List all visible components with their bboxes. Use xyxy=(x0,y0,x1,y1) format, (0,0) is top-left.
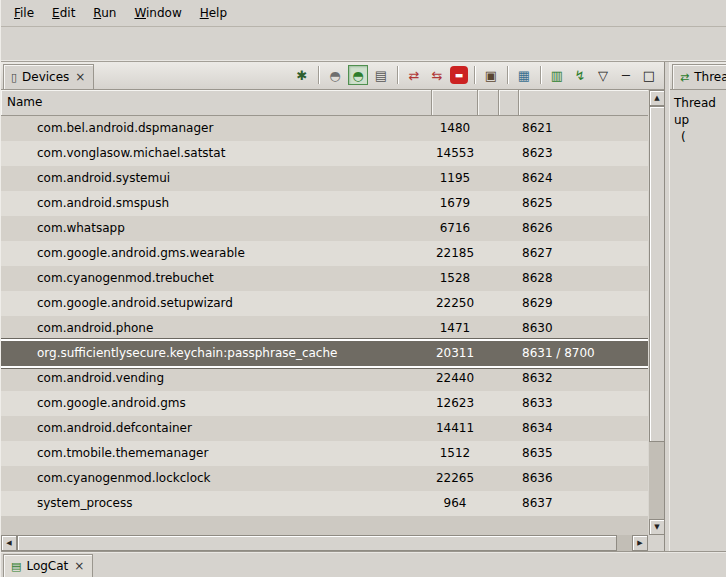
process-name: org.sufficientlysecure.keychain:passphra… xyxy=(1,341,432,366)
scroll-up-icon[interactable]: ▲ xyxy=(649,90,665,106)
com.cyanogenmod.lockclock[interactable]: com.cyanogenmod.lockclock 22265 8636 xyxy=(1,466,648,491)
process-port: 8624 xyxy=(519,166,648,191)
process-pid: 1512 xyxy=(432,441,478,466)
process-table: com.bel.android.dspmanager 1480 8621 com… xyxy=(1,116,648,535)
menu-item[interactable]: Window xyxy=(125,2,190,24)
tab-threads[interactable]: ⇄ Threads × xyxy=(672,64,726,89)
threads-message-line1: Thread up xyxy=(674,95,726,129)
process-name: com.google.android.gms xyxy=(1,391,432,416)
scroll-left-icon[interactable]: ◀ xyxy=(1,535,17,551)
debug-icon[interactable]: ✱ xyxy=(292,65,312,85)
start-method-profiling-icon[interactable]: ⇆ xyxy=(427,65,447,85)
menu-accel-letter: W xyxy=(134,6,146,20)
com.tmobile.thememanager[interactable]: com.tmobile.thememanager 1512 8635 xyxy=(1,441,648,466)
cell-empty xyxy=(499,291,519,316)
tab-threads-label: Threads xyxy=(694,70,726,84)
vertical-scrollbar[interactable]: ▲ ▼ xyxy=(648,90,664,535)
tree-view-icon[interactable]: ▥ xyxy=(547,65,567,85)
com.google.android.setupwizard[interactable]: com.google.android.setupwizard 22250 862… xyxy=(1,291,648,316)
menu-item[interactable]: Run xyxy=(84,2,125,24)
column-header-empty[interactable] xyxy=(478,90,499,116)
main-area: ▯ Devices × ✱ ◓ ◓ ▤ ⇄ ⇆ ▬ ▣ ▦ ▥ ↯ ▽ ─ □ … xyxy=(1,62,726,551)
tab-devices[interactable]: ▯ Devices × xyxy=(3,64,94,89)
process-name: com.android.vending xyxy=(1,366,432,391)
com.android.defcontainer[interactable]: com.android.defcontainer 14411 8634 xyxy=(1,416,648,441)
process-pid: 1528 xyxy=(432,266,478,291)
com.google.android.gms[interactable]: com.google.android.gms 12623 8633 xyxy=(1,391,648,416)
process-name: com.bel.android.dspmanager xyxy=(1,116,432,141)
toolbar-icon-glyph: ─ xyxy=(622,69,630,82)
scroll-right-icon[interactable]: ▶ xyxy=(632,535,648,551)
cell-empty xyxy=(478,141,499,166)
close-icon[interactable]: × xyxy=(74,70,86,84)
update-heap-icon[interactable]: ◓ xyxy=(348,65,368,85)
column-header-port[interactable] xyxy=(519,90,648,116)
hierarchy-view-icon[interactable]: ▦ xyxy=(514,65,534,85)
cell-empty xyxy=(499,416,519,441)
process-name: com.cyanogenmod.trebuchet xyxy=(1,266,432,291)
process-pid: 6716 xyxy=(432,216,478,241)
process-port: 8631 / 8700 xyxy=(519,341,648,366)
org.sufficientlysecure.keychain:passphrase_cache[interactable]: org.sufficientlysecure.keychain:passphra… xyxy=(1,341,648,366)
com.whatsapp[interactable]: com.whatsapp 6716 8626 xyxy=(1,216,648,241)
toolbar-separator xyxy=(474,66,475,84)
minimize-icon[interactable]: ─ xyxy=(616,65,636,85)
process-port: 8636 xyxy=(519,466,648,491)
cell-empty xyxy=(478,366,499,391)
menu-item[interactable]: File xyxy=(5,2,43,24)
maximize-icon[interactable]: □ xyxy=(639,65,659,85)
tab-logcat[interactable]: ▤ LogCat × xyxy=(3,554,93,577)
process-name: com.android.systemui xyxy=(1,166,432,191)
toolbar-icon-glyph: ▥ xyxy=(551,69,563,82)
process-pid: 20311 xyxy=(432,341,478,366)
com.bel.android.dspmanager[interactable]: com.bel.android.dspmanager 1480 8621 xyxy=(1,116,648,141)
scroll-track[interactable] xyxy=(617,535,632,551)
screen-capture-icon[interactable]: ▣ xyxy=(481,65,501,85)
stop-process-icon[interactable]: ▬ xyxy=(450,66,468,84)
cause-gc-icon[interactable]: ▤ xyxy=(371,65,391,85)
com.cyanogenmod.trebuchet[interactable]: com.cyanogenmod.trebuchet 1528 8628 xyxy=(1,266,648,291)
close-icon[interactable]: × xyxy=(73,559,85,573)
process-port: 8637 xyxy=(519,491,648,516)
scroll-down-icon[interactable]: ▼ xyxy=(649,519,665,535)
com.android.smspush[interactable]: com.android.smspush 1679 8625 xyxy=(1,191,648,216)
process-pid: 22250 xyxy=(432,291,478,316)
device-icon: ▯ xyxy=(11,72,17,83)
cell-empty xyxy=(499,466,519,491)
com.google.android.gms.wearable[interactable]: com.google.android.gms.wearable 22185 86… xyxy=(1,241,648,266)
com.android.phone[interactable]: com.android.phone 1471 8630 xyxy=(1,316,648,341)
cell-empty xyxy=(499,241,519,266)
toolbar-icon-glyph: □ xyxy=(643,69,655,82)
process-name: com.google.android.setupwizard xyxy=(1,291,432,316)
column-header-name[interactable]: Name xyxy=(1,90,432,116)
top-toolbar xyxy=(1,27,726,62)
menu-label: elp xyxy=(209,6,227,20)
cell-empty xyxy=(499,141,519,166)
scroll-track[interactable] xyxy=(649,442,664,519)
process-pid: 12623 xyxy=(432,391,478,416)
com.android.vending[interactable]: com.android.vending 22440 8632 xyxy=(1,366,648,391)
toolbar-separator xyxy=(507,66,508,84)
process-name: com.android.smspush xyxy=(1,191,432,216)
cell-empty xyxy=(499,391,519,416)
column-header-pid[interactable] xyxy=(432,90,478,116)
process-port: 8630 xyxy=(519,316,648,341)
column-header-empty[interactable] xyxy=(499,90,519,116)
view-menu-icon[interactable]: ▽ xyxy=(593,65,613,85)
vertical-scroll-thumb[interactable] xyxy=(649,106,665,442)
update-threads-icon[interactable]: ⇄ xyxy=(404,65,424,85)
threads-message-line2: ( xyxy=(674,129,726,146)
process-port: 8623 xyxy=(519,141,648,166)
graph-view-icon[interactable]: ↯ xyxy=(570,65,590,85)
menu-item[interactable]: Help xyxy=(191,2,236,24)
horizontal-scrollbar[interactable]: ◀ ▶ xyxy=(1,535,648,551)
cell-empty xyxy=(478,491,499,516)
show-heap-updates-icon[interactable]: ◓ xyxy=(325,65,345,85)
com.android.systemui[interactable]: com.android.systemui 1195 8624 xyxy=(1,166,648,191)
horizontal-scroll-thumb[interactable] xyxy=(17,535,617,551)
main-window: File Edit Run Window Help ▯ Devices × ✱ … xyxy=(0,0,726,577)
process-pid: 1471 xyxy=(432,316,478,341)
system_process[interactable]: system_process 964 8637 xyxy=(1,491,648,516)
menu-item[interactable]: Edit xyxy=(43,2,84,24)
com.vonglasow.michael.satstat[interactable]: com.vonglasow.michael.satstat 14553 8623 xyxy=(1,141,648,166)
